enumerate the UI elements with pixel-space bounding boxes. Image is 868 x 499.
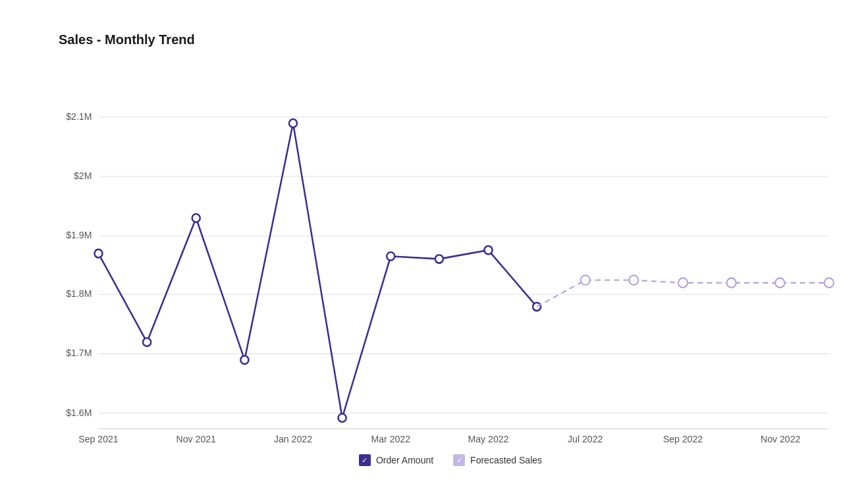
legend-order-amount: ✓ Order Amount <box>359 454 433 466</box>
chart-area: $1.6M $1.7M $1.8M $1.9M $2M $2.1M Sep 20… <box>59 61 842 442</box>
chart-title: Sales - Monthly Trend <box>59 32 842 47</box>
data-point[interactable] <box>339 414 346 422</box>
svg-text:Jul 2022: Jul 2022 <box>568 434 603 444</box>
data-point[interactable] <box>143 338 151 346</box>
data-point[interactable] <box>192 214 200 222</box>
forecast-point[interactable] <box>678 278 688 288</box>
svg-text:$1.9M: $1.9M <box>66 230 92 240</box>
svg-text:$2.1M: $2.1M <box>66 111 92 122</box>
forecast-point[interactable] <box>581 275 590 285</box>
svg-text:$2M: $2M <box>74 171 92 181</box>
svg-text:Nov 2022: Nov 2022 <box>761 434 800 444</box>
legend-forecasted-sales-label: Forecasted Sales <box>470 455 542 465</box>
svg-text:$1.8M: $1.8M <box>66 288 92 299</box>
forecast-point[interactable] <box>727 278 736 288</box>
svg-text:Mar 2022: Mar 2022 <box>371 434 410 444</box>
data-point[interactable] <box>240 355 248 363</box>
svg-text:$1.6M: $1.6M <box>66 407 92 417</box>
svg-text:Jan 2022: Jan 2022 <box>274 434 312 444</box>
data-point[interactable] <box>484 246 492 254</box>
legend-order-amount-label: Order Amount <box>376 455 433 465</box>
forecast-point[interactable] <box>825 278 834 288</box>
data-point[interactable] <box>435 255 443 263</box>
order-amount-line <box>99 123 537 417</box>
svg-text:Sep 2022: Sep 2022 <box>663 434 703 444</box>
chart-legend: ✓ Order Amount ✓ Forecasted Sales <box>59 454 842 466</box>
svg-text:Sep 2021: Sep 2021 <box>78 434 118 444</box>
data-point[interactable] <box>94 250 102 257</box>
svg-text:$1.7M: $1.7M <box>66 348 92 358</box>
chart-container: Sales - Monthly Trend $1.6M $ <box>13 13 855 486</box>
forecast-point[interactable] <box>775 278 784 288</box>
legend-order-amount-icon: ✓ <box>359 454 371 466</box>
main-chart-svg: $1.6M $1.7M $1.8M $1.9M $2M $2.1M Sep 20… <box>59 61 842 442</box>
data-point[interactable] <box>289 119 297 127</box>
legend-forecasted-sales-icon: ✓ <box>453 454 465 466</box>
legend-forecasted-sales: ✓ Forecasted Sales <box>453 454 542 466</box>
svg-text:May 2022: May 2022 <box>468 434 509 444</box>
svg-text:Nov 2021: Nov 2021 <box>176 434 216 444</box>
data-point[interactable] <box>387 252 394 260</box>
forecast-point[interactable] <box>629 275 638 285</box>
